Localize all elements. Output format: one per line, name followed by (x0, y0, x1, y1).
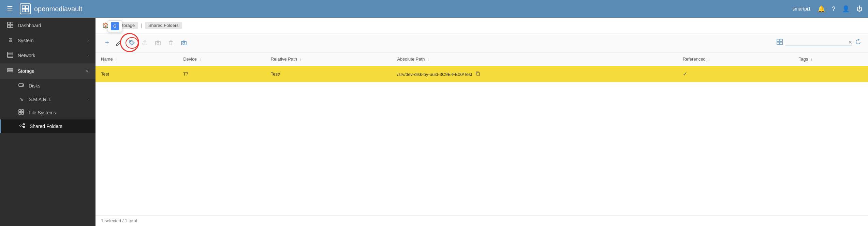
cell-tags (793, 66, 868, 82)
absolute-path-sort-icon: ↕ (427, 58, 429, 61)
svg-rect-37 (477, 72, 480, 76)
svg-rect-4 (8, 22, 10, 25)
network-icon (7, 52, 14, 59)
grid-view-button[interactable] (777, 39, 783, 47)
sidebar-item-smart[interactable]: ∿ S.M.A.R.T. › (0, 93, 95, 106)
disks-icon (18, 82, 25, 89)
col-device[interactable]: Device ↕ (178, 52, 265, 66)
app-title: openmediavault (20, 3, 82, 14)
translate-icon: G (111, 22, 119, 30)
breadcrumb-bar: 🏠 | Storage | Shared Folders (95, 18, 868, 33)
header-right: smartpi1 🔔 ? 👤 ⏻ (792, 5, 863, 13)
status-text: 1 selected / 1 total (101, 218, 137, 223)
dashboard-icon (7, 22, 14, 29)
disks-label: Disks (29, 83, 89, 88)
svg-point-32 (183, 42, 185, 44)
help-button[interactable]: ? (832, 5, 835, 13)
svg-point-22 (20, 125, 21, 126)
shared-folders-label: Shared Folders (30, 124, 89, 129)
sidebar-item-disks[interactable]: Disks (0, 79, 95, 93)
svg-rect-20 (19, 112, 21, 114)
svg-point-24 (23, 126, 25, 128)
filesystems-icon (18, 109, 25, 116)
camera-button[interactable] (152, 38, 164, 48)
cell-device: T7 (178, 66, 265, 82)
search-input[interactable] (785, 39, 847, 45)
svg-rect-18 (19, 110, 21, 112)
data-table-container: Name ↑ Device ↕ Relative Path ↕ Absolu (95, 52, 868, 215)
col-relative-path[interactable]: Relative Path ↕ (265, 52, 392, 66)
copy-icon[interactable] (475, 72, 480, 77)
cell-relative-path: Test/ (265, 66, 392, 82)
sidebar-item-dashboard[interactable]: Dashboard (0, 18, 95, 33)
username-label: smartpi1 (792, 6, 811, 12)
sidebar-item-storage[interactable]: Storage ∨ (0, 63, 95, 79)
cell-name: Test (95, 66, 178, 82)
storage-arrow-icon: ∨ (86, 69, 89, 74)
status-bar: 1 selected / 1 total (95, 215, 868, 226)
filesystems-label: File Systems (29, 110, 89, 115)
table-row[interactable]: Test T7 Test/ /srv/dev-disk-by-uuid-3C9E… (95, 66, 868, 82)
col-tags[interactable]: Tags ↕ (793, 52, 868, 66)
svg-point-23 (23, 124, 25, 125)
svg-line-26 (21, 126, 23, 127)
svg-rect-21 (21, 112, 24, 114)
device-sort-icon: ↕ (200, 58, 201, 61)
col-referenced[interactable]: Referenced ↕ (677, 52, 793, 66)
edit-button[interactable] (113, 38, 125, 48)
tags-sort-icon: ↕ (811, 58, 812, 61)
sidebar-item-filesystems[interactable]: File Systems (0, 106, 95, 119)
sidebar-item-network[interactable]: Network › (0, 48, 95, 63)
svg-line-25 (21, 125, 23, 125)
sidebar: Dashboard 🖥 System › Network › (0, 18, 95, 226)
svg-rect-34 (780, 39, 782, 42)
content-area: G 🏠 | Storage | Shared Folders + (95, 18, 868, 226)
sidebar-item-system[interactable]: 🖥 System › (0, 33, 95, 48)
add-button[interactable]: + (102, 37, 112, 49)
share-button[interactable] (139, 38, 151, 48)
header-left: ☰ openmediavault (5, 3, 82, 14)
main-layout: Dashboard 🖥 System › Network › (0, 18, 868, 226)
tag-button[interactable] (126, 38, 138, 48)
data-table: Name ↑ Device ↕ Relative Path ↕ Absolu (95, 52, 868, 82)
toolbar: + (95, 33, 868, 52)
breadcrumb-shared-folders[interactable]: Shared Folders (145, 22, 182, 29)
relative-path-sort-icon: ↕ (300, 58, 301, 61)
hamburger-button[interactable]: ☰ (5, 3, 14, 14)
app-logo (20, 3, 31, 14)
power-button[interactable]: ⏻ (856, 5, 863, 13)
storage-icon (7, 67, 14, 75)
refresh-button[interactable] (855, 39, 861, 47)
toolbar-right: ✕ (777, 39, 861, 47)
user-button[interactable]: 👤 (842, 5, 850, 13)
delete-button[interactable] (165, 38, 177, 48)
svg-rect-33 (777, 39, 779, 42)
svg-rect-5 (11, 22, 13, 25)
translate-tooltip: G (108, 20, 122, 32)
smart-icon: ∿ (18, 96, 25, 102)
svg-point-14 (12, 69, 12, 69)
notifications-button[interactable]: 🔔 (818, 5, 825, 13)
top-header: ☰ openmediavault smartpi1 🔔 ? 👤 ⏻ (0, 0, 868, 18)
svg-point-15 (12, 71, 12, 71)
svg-rect-35 (777, 42, 779, 45)
snapshot-button[interactable] (178, 38, 190, 48)
hamburger-icon: ☰ (7, 5, 13, 13)
svg-rect-36 (780, 42, 782, 45)
col-name[interactable]: Name ↑ (95, 52, 178, 66)
storage-label: Storage (18, 68, 82, 74)
system-icon: 🖥 (7, 37, 14, 44)
absolute-path-text: /srv/dev-disk-by-uuid-3C9E-FE00/Test (397, 72, 472, 77)
svg-rect-19 (21, 110, 24, 112)
svg-point-31 (157, 42, 159, 44)
col-absolute-path[interactable]: Absolute Path ↕ (392, 52, 677, 66)
svg-rect-2 (22, 9, 25, 12)
referenced-sort-icon: ↕ (708, 58, 710, 61)
app-name: openmediavault (34, 5, 82, 13)
system-label: System (18, 38, 83, 43)
sidebar-item-shared-folders[interactable]: Shared Folders (0, 119, 95, 133)
dashboard-label: Dashboard (18, 23, 89, 28)
cell-absolute-path: /srv/dev-disk-by-uuid-3C9E-FE00/Test (392, 66, 677, 82)
svg-rect-6 (8, 25, 10, 28)
search-clear-button[interactable]: ✕ (848, 39, 852, 45)
